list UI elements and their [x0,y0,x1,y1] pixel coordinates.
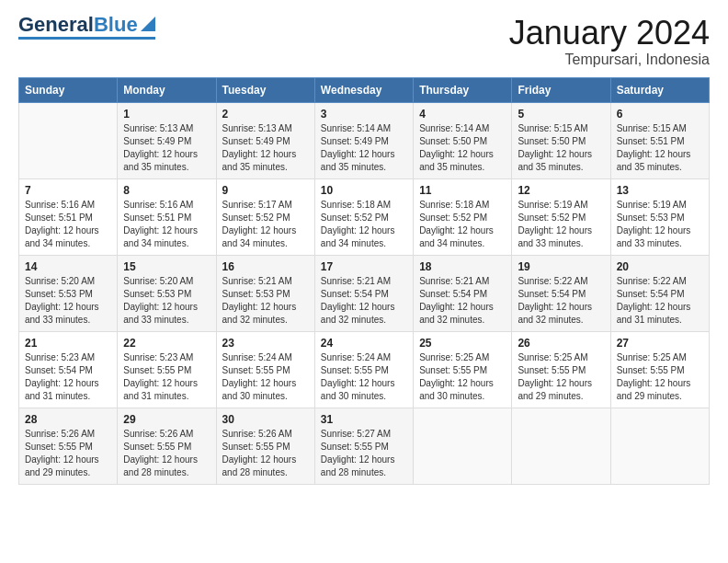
cell-info: Sunrise: 5:25 AM Sunset: 5:55 PM Dayligh… [419,351,506,403]
header-area: General Blue January 2024 Tempursari, In… [18,15,710,68]
header-monday: Monday [118,77,216,102]
header-tuesday: Tuesday [216,77,314,102]
logo-icon [141,17,155,31]
main-container: General Blue January 2024 Tempursari, In… [0,0,728,494]
calendar-cell: 5Sunrise: 5:15 AM Sunset: 5:50 PM Daylig… [512,102,610,178]
calendar-cell [512,408,610,484]
calendar-cell: 17Sunrise: 5:21 AM Sunset: 5:54 PM Dayli… [314,255,413,331]
day-number: 20 [617,260,703,273]
calendar-header: Sunday Monday Tuesday Wednesday Thursday… [19,77,710,102]
calendar-cell: 20Sunrise: 5:22 AM Sunset: 5:54 PM Dayli… [610,255,709,331]
calendar-cell: 23Sunrise: 5:24 AM Sunset: 5:55 PM Dayli… [216,331,314,408]
calendar-cell: 24Sunrise: 5:24 AM Sunset: 5:55 PM Dayli… [314,331,413,408]
day-number: 29 [123,413,210,426]
cell-info: Sunrise: 5:21 AM Sunset: 5:53 PM Dayligh… [222,275,309,327]
day-number: 25 [419,337,506,350]
calendar-cell: 15Sunrise: 5:20 AM Sunset: 5:53 PM Dayli… [118,255,216,331]
calendar-row: 21Sunrise: 5:23 AM Sunset: 5:54 PM Dayli… [19,331,710,408]
calendar-cell: 11Sunrise: 5:18 AM Sunset: 5:52 PM Dayli… [414,178,512,255]
day-number: 18 [419,260,506,273]
day-number: 13 [617,184,703,197]
calendar-cell: 13Sunrise: 5:19 AM Sunset: 5:53 PM Dayli… [610,178,709,255]
calendar-table: Sunday Monday Tuesday Wednesday Thursday… [18,77,710,485]
cell-info: Sunrise: 5:13 AM Sunset: 5:49 PM Dayligh… [123,122,210,174]
day-number: 14 [25,260,111,273]
header-row: Sunday Monday Tuesday Wednesday Thursday… [19,77,710,102]
cell-info: Sunrise: 5:16 AM Sunset: 5:51 PM Dayligh… [25,199,111,250]
day-number: 28 [25,413,111,426]
day-number: 23 [222,337,309,350]
day-number: 19 [518,260,604,273]
calendar-cell: 27Sunrise: 5:25 AM Sunset: 5:55 PM Dayli… [610,331,709,408]
calendar-cell: 7Sunrise: 5:16 AM Sunset: 5:51 PM Daylig… [19,178,118,255]
calendar-cell: 31Sunrise: 5:27 AM Sunset: 5:55 PM Dayli… [314,408,413,484]
header-thursday: Thursday [414,77,512,102]
logo-underline [18,37,155,40]
cell-info: Sunrise: 5:19 AM Sunset: 5:53 PM Dayligh… [617,199,703,250]
day-number: 22 [123,337,210,350]
cell-info: Sunrise: 5:25 AM Sunset: 5:55 PM Dayligh… [617,351,703,403]
day-number: 31 [321,413,407,426]
calendar-cell: 8Sunrise: 5:16 AM Sunset: 5:51 PM Daylig… [118,178,216,255]
calendar-cell: 26Sunrise: 5:25 AM Sunset: 5:55 PM Dayli… [512,331,610,408]
calendar-cell: 19Sunrise: 5:22 AM Sunset: 5:54 PM Dayli… [512,255,610,331]
calendar-cell: 1Sunrise: 5:13 AM Sunset: 5:49 PM Daylig… [118,102,216,178]
cell-info: Sunrise: 5:14 AM Sunset: 5:49 PM Dayligh… [321,122,407,174]
cell-info: Sunrise: 5:20 AM Sunset: 5:53 PM Dayligh… [25,275,111,327]
cell-info: Sunrise: 5:22 AM Sunset: 5:54 PM Dayligh… [518,275,604,327]
day-number: 17 [321,260,407,273]
calendar-cell: 14Sunrise: 5:20 AM Sunset: 5:53 PM Dayli… [19,255,118,331]
cell-info: Sunrise: 5:23 AM Sunset: 5:55 PM Dayligh… [123,351,210,403]
calendar-cell [610,408,709,484]
calendar-cell: 6Sunrise: 5:15 AM Sunset: 5:51 PM Daylig… [610,102,709,178]
calendar-cell [414,408,512,484]
day-number: 3 [321,108,407,121]
cell-info: Sunrise: 5:21 AM Sunset: 5:54 PM Dayligh… [419,275,506,327]
calendar-cell: 10Sunrise: 5:18 AM Sunset: 5:52 PM Dayli… [314,178,413,255]
cell-info: Sunrise: 5:15 AM Sunset: 5:51 PM Dayligh… [617,122,703,174]
cell-info: Sunrise: 5:14 AM Sunset: 5:50 PM Dayligh… [419,122,506,174]
calendar-cell: 12Sunrise: 5:19 AM Sunset: 5:52 PM Dayli… [512,178,610,255]
calendar-cell: 18Sunrise: 5:21 AM Sunset: 5:54 PM Dayli… [414,255,512,331]
day-number: 6 [617,108,703,121]
day-number: 12 [518,184,604,197]
cell-info: Sunrise: 5:18 AM Sunset: 5:52 PM Dayligh… [419,199,506,250]
day-number: 9 [222,184,309,197]
day-number: 21 [25,337,111,350]
logo-general: General [18,15,94,35]
calendar-cell: 22Sunrise: 5:23 AM Sunset: 5:55 PM Dayli… [118,331,216,408]
day-number: 8 [123,184,210,197]
sub-title: Tempursari, Indonesia [509,52,710,68]
day-number: 1 [123,108,210,121]
day-number: 15 [123,260,210,273]
cell-info: Sunrise: 5:26 AM Sunset: 5:55 PM Dayligh… [222,428,309,479]
calendar-row: 7Sunrise: 5:16 AM Sunset: 5:51 PM Daylig… [19,178,710,255]
calendar-body: 1Sunrise: 5:13 AM Sunset: 5:49 PM Daylig… [19,102,710,484]
calendar-cell: 30Sunrise: 5:26 AM Sunset: 5:55 PM Dayli… [216,408,314,484]
header-wednesday: Wednesday [314,77,413,102]
day-number: 4 [419,108,506,121]
header-saturday: Saturday [610,77,709,102]
calendar-row: 14Sunrise: 5:20 AM Sunset: 5:53 PM Dayli… [19,255,710,331]
cell-info: Sunrise: 5:23 AM Sunset: 5:54 PM Dayligh… [25,351,111,403]
calendar-cell [19,102,118,178]
cell-info: Sunrise: 5:26 AM Sunset: 5:55 PM Dayligh… [123,428,210,479]
cell-info: Sunrise: 5:16 AM Sunset: 5:51 PM Dayligh… [123,199,210,250]
cell-info: Sunrise: 5:24 AM Sunset: 5:55 PM Dayligh… [222,351,309,403]
cell-info: Sunrise: 5:17 AM Sunset: 5:52 PM Dayligh… [222,199,309,250]
day-number: 30 [222,413,309,426]
calendar-cell: 16Sunrise: 5:21 AM Sunset: 5:53 PM Dayli… [216,255,314,331]
cell-info: Sunrise: 5:15 AM Sunset: 5:50 PM Dayligh… [518,122,604,174]
calendar-cell: 25Sunrise: 5:25 AM Sunset: 5:55 PM Dayli… [414,331,512,408]
calendar-cell: 3Sunrise: 5:14 AM Sunset: 5:49 PM Daylig… [314,102,413,178]
logo-blue: Blue [94,15,138,35]
calendar-cell: 29Sunrise: 5:26 AM Sunset: 5:55 PM Dayli… [118,408,216,484]
calendar-cell: 2Sunrise: 5:13 AM Sunset: 5:49 PM Daylig… [216,102,314,178]
day-number: 16 [222,260,309,273]
cell-info: Sunrise: 5:26 AM Sunset: 5:55 PM Dayligh… [25,428,111,479]
calendar-cell: 21Sunrise: 5:23 AM Sunset: 5:54 PM Dayli… [19,331,118,408]
calendar-cell: 9Sunrise: 5:17 AM Sunset: 5:52 PM Daylig… [216,178,314,255]
cell-info: Sunrise: 5:13 AM Sunset: 5:49 PM Dayligh… [222,122,309,174]
cell-info: Sunrise: 5:18 AM Sunset: 5:52 PM Dayligh… [321,199,407,250]
day-number: 11 [419,184,506,197]
